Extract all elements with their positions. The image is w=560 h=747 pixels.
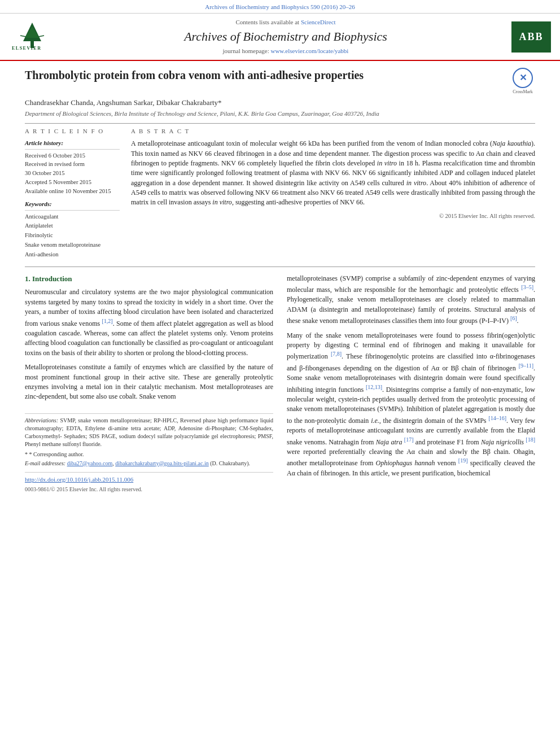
doi-section: http://dx.doi.org/10.1016/j.abb.2015.11.… bbox=[25, 472, 273, 484]
keyword-item: Fibrinolytic bbox=[25, 231, 120, 241]
ref-19[interactable]: [19] bbox=[458, 457, 468, 464]
email-note: E-mail addresses: diba27@yahoo.com, diba… bbox=[25, 460, 273, 468]
ref-14-16[interactable]: [14–16] bbox=[488, 415, 506, 421]
article-info-label: A R T I C L E I N F O bbox=[25, 127, 120, 136]
issn-line: 0003-9861/© 2015 Elsevier Inc. All right… bbox=[25, 486, 273, 494]
journal-header-center: Contents lists available at ScienceDirec… bbox=[65, 18, 506, 55]
corresponding-note: * * Corresponding author. bbox=[25, 451, 273, 458]
ref-6[interactable]: [6] bbox=[510, 315, 517, 321]
info-abstract-layout: A R T I C L E I N F O Article history: R… bbox=[25, 127, 535, 260]
abstract-text: A metalloproteinase anticoagulant toxin … bbox=[131, 139, 535, 208]
article-info-col: A R T I C L E I N F O Article history: R… bbox=[25, 127, 120, 260]
svg-line-4 bbox=[38, 36, 44, 37]
svg-text:ELSEVIER: ELSEVIER bbox=[12, 46, 41, 51]
sciencedirect-link[interactable]: ScienceDirect bbox=[301, 19, 336, 25]
history-title: Article history: bbox=[25, 139, 120, 149]
intro-title: 1. Introduction bbox=[25, 274, 273, 285]
abstract-label: A B S T R A C T bbox=[131, 127, 535, 136]
ref-12-13[interactable]: [12,13] bbox=[366, 384, 382, 390]
title-row: Thrombolytic protein from cobra venom wi… bbox=[25, 68, 535, 95]
accepted-date: Accepted 5 November 2015 bbox=[25, 178, 120, 187]
abbreviations-label: Abbreviations: bbox=[25, 417, 58, 423]
svg-marker-2 bbox=[25, 27, 40, 38]
email1-link[interactable]: diba27@yahoo.com bbox=[67, 460, 113, 466]
history-group: Article history: Received 6 October 2015… bbox=[25, 139, 120, 195]
received-revised-label: Received in revised form bbox=[25, 160, 120, 169]
received-revised-date: 30 October 2015 bbox=[25, 169, 120, 178]
keywords-group: Keywords: AnticoagulantAntiplateletFibri… bbox=[25, 200, 120, 259]
article-body: Thrombolytic protein from cobra venom wi… bbox=[0, 61, 560, 500]
footnotes-section: Abbreviations: SVMP, snake venom metallo… bbox=[25, 413, 273, 468]
elsevier-logo-area: ELSEVIER bbox=[9, 20, 60, 54]
received-date: Received 6 October 2015 bbox=[25, 151, 120, 160]
top-bar: Archives of Biochemistry and Biophysics … bbox=[0, 0, 560, 14]
body-left-col: 1. Introduction Neuromuscular and circul… bbox=[25, 274, 273, 494]
crossmark-label: CrossMark bbox=[513, 89, 533, 95]
journal-homepage: journal homepage: www.elsevier.com/locat… bbox=[65, 47, 506, 55]
email2-link[interactable]: dibakarchakrabarty@goa.bits-pilani.ac.in bbox=[115, 460, 209, 466]
homepage-link[interactable]: www.elsevier.com/locate/yabbi bbox=[270, 47, 348, 54]
ref-7-8[interactable]: [7,8] bbox=[331, 351, 342, 357]
right-paragraph1: metalloproteinases (SVMP) comprise a sub… bbox=[287, 274, 535, 326]
ref-18[interactable]: [18] bbox=[526, 436, 535, 443]
elsevier-tree-icon: ELSEVIER bbox=[9, 20, 57, 51]
abstract-col: A B S T R A C T A metalloproteinase anti… bbox=[131, 127, 535, 260]
abstract-content: A metalloproteinase anticoagulant toxin … bbox=[131, 139, 535, 206]
crossmark-badge[interactable]: ✕ CrossMark bbox=[510, 68, 535, 95]
keywords-list: AnticoagulantAntiplateletFibrinolyticSna… bbox=[25, 212, 120, 260]
abb-logo: ABB bbox=[511, 21, 551, 53]
keywords-title: Keywords: bbox=[25, 200, 120, 210]
svg-line-3 bbox=[20, 36, 26, 37]
available-date: Available online 10 November 2015 bbox=[25, 187, 120, 196]
keyword-item: Snake venom metalloproteinase bbox=[25, 241, 120, 250]
journal-title-header: Archives of Biochemistry and Biophysics bbox=[65, 28, 506, 46]
ref-17[interactable]: [17] bbox=[404, 436, 414, 443]
copyright-line: © 2015 Elsevier Inc. All rights reserved… bbox=[131, 212, 535, 221]
keyword-item: Anticoagulant bbox=[25, 212, 120, 222]
body-right-col: metalloproteinases (SVMP) comprise a sub… bbox=[287, 274, 535, 494]
keyword-item: Anti-adhesion bbox=[25, 250, 120, 260]
journal-header: ELSEVIER Contents lists available at Sci… bbox=[0, 14, 560, 61]
email-suffix: (D. Chakrabarty). bbox=[210, 460, 250, 466]
intro-paragraph2: Metalloproteinases constitute a family o… bbox=[25, 362, 273, 402]
body-divider bbox=[25, 267, 535, 267]
keyword-item: Antiplatelet bbox=[25, 221, 120, 231]
body-two-col: 1. Introduction Neuromuscular and circul… bbox=[25, 274, 535, 494]
affiliation-line: Department of Biological Sciences, Birla… bbox=[25, 110, 535, 118]
article-title: Thrombolytic protein from cobra venom wi… bbox=[25, 68, 505, 82]
ref-1-2[interactable]: [1,2] bbox=[102, 318, 113, 324]
intro-paragraph1: Neuromuscular and circulatory systems ar… bbox=[25, 287, 273, 358]
ref-3-5[interactable]: [3–5] bbox=[521, 284, 533, 290]
ref-9-11[interactable]: [9–11] bbox=[519, 362, 533, 369]
abbreviations: Abbreviations: SVMP, snake venom metallo… bbox=[25, 417, 273, 448]
authors-line: Chandrasekhar Chanda, Angshuman Sarkar, … bbox=[25, 98, 535, 108]
title-divider bbox=[25, 123, 535, 124]
right-paragraph2: Many of the snake venom metalloproteinas… bbox=[287, 331, 535, 478]
journal-citation: Archives of Biochemistry and Biophysics … bbox=[205, 3, 355, 10]
contents-available: Contents lists available at ScienceDirec… bbox=[65, 18, 506, 27]
crossmark-icon: ✕ bbox=[519, 72, 527, 84]
doi-link[interactable]: http://dx.doi.org/10.1016/j.abb.2015.11.… bbox=[25, 476, 133, 483]
